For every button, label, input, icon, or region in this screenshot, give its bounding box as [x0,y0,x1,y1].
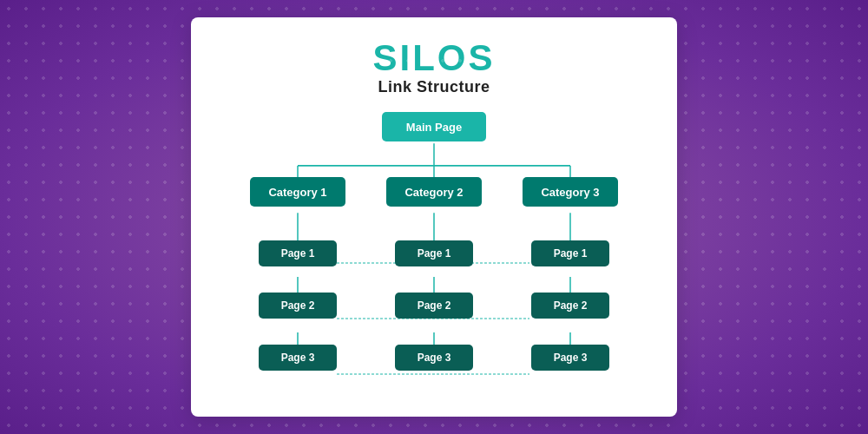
diagram-area: Main Page Category 1 Category 2 Category… [215,112,653,399]
title-sub: Link Structure [378,78,490,96]
col3-page3-node: Page 3 [531,345,609,371]
main-page-node: Main Page [382,112,486,141]
title-silos: SILOS [372,38,495,78]
col2-page3-node: Page 3 [395,345,473,371]
col1-page2-node: Page 2 [259,293,337,319]
col1-page1-node: Page 1 [259,240,337,266]
nodes-layer: Main Page Category 1 Category 2 Category… [215,112,653,399]
col2-page1-node: Page 1 [395,240,473,266]
main-card: SILOS Link Structure [191,17,677,417]
col3-page1-node: Page 1 [531,240,609,266]
category-1-node: Category 1 [250,177,345,207]
col3-page2-node: Page 2 [531,293,609,319]
category-2-node: Category 2 [386,177,482,207]
col2-page2-node: Page 2 [395,293,473,319]
col1-page3-node: Page 3 [259,345,337,371]
category-3-node: Category 3 [523,177,618,207]
